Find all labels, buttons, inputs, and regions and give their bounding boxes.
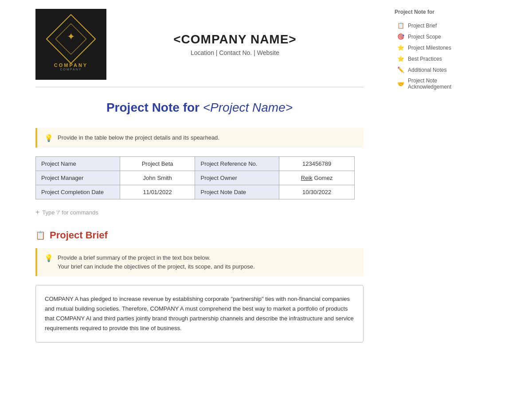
company-logo: ✦ COMPANY COMPANY (35, 9, 106, 80)
sidebar-label-best-practices: Best Practices (408, 56, 442, 62)
table-cell-label1-r3: Project Completion Date (36, 185, 120, 199)
logo-sub: COMPANY (54, 68, 88, 71)
sidebar: Project Note for 📋 Project Brief 🎯 Proje… (390, 0, 479, 409)
sidebar-label-brief: Project Brief (408, 23, 437, 29)
sidebar-icon-notes: ✏️ (397, 66, 404, 73)
page-title: Project Note for <Project Name> (35, 101, 364, 115)
page-title-prefix: Project Note for (106, 101, 203, 114)
lightbulb-icon: 💡 (44, 134, 53, 142)
company-details: Location | Contact No. | Website (115, 49, 355, 56)
logo-company-name: COMPANY (54, 62, 88, 68)
sidebar-icon-brief: 📋 (397, 22, 404, 29)
table-cell-value2-r3: 10/30/2022 (279, 185, 355, 199)
table-cell-value2-r1: 123456789 (279, 157, 355, 171)
brief-text-box[interactable]: COMPANY A has pledged to increase revenu… (35, 285, 364, 343)
command-placeholder: Type '/' for commands (42, 209, 98, 216)
logo-text: COMPANY COMPANY (54, 62, 88, 71)
table-cell-value1-r1: Project Beta (120, 157, 195, 171)
sidebar-item-additional-notes[interactable]: ✏️ Additional Notes (395, 65, 474, 75)
page-title-project: <Project Name> (203, 101, 293, 114)
table-cell-label1-r2: Project Manager (36, 171, 120, 185)
add-plus-icon: + (35, 208, 39, 216)
table-row: Project Manager John Smith Project Owner… (36, 171, 355, 185)
table-cell-label2-r1: Project Reference No. (195, 157, 279, 171)
table-cell-label2-r3: Project Note Date (195, 185, 279, 199)
brief-text-content: COMPANY A has pledged to increase revenu… (45, 296, 354, 331)
callout-box-1: 💡 Provide in the table below the project… (35, 128, 364, 148)
sidebar-label-acknowledgement: Project Note Acknowledgement (408, 78, 472, 90)
table-cell-label2-r2: Project Owner (195, 171, 279, 185)
sidebar-item-project-brief[interactable]: 📋 Project Brief (395, 20, 474, 31)
section-title-brief: Project Brief (50, 230, 108, 241)
table-cell-value2-r2: Reik Gomez (279, 171, 355, 185)
sidebar-icon-scope: 🎯 (397, 33, 404, 40)
table-cell-value1-r3: 11/01/2022 (120, 185, 195, 199)
brief-section-icon: 📋 (35, 230, 45, 240)
table-cell-label1-r1: Project Name (36, 157, 120, 171)
callout-text-1: Provide in the table below the project d… (58, 133, 219, 142)
callout-text-2: Provide a brief summary of the project i… (58, 253, 255, 271)
sidebar-title: Project Note for (395, 9, 474, 15)
company-info: <COMPANY NAME> Location | Contact No. | … (106, 23, 364, 65)
sidebar-icon-acknowledgement: 🤝 (397, 81, 404, 87)
callout-box-2: 💡 Provide a brief summary of the project… (35, 248, 364, 276)
lightbulb-icon-2: 💡 (44, 254, 53, 262)
add-command-area[interactable]: + Type '/' for commands (35, 208, 364, 216)
sidebar-label-notes: Additional Notes (408, 67, 446, 73)
sidebar-item-best-practices[interactable]: ⭐ Best Practices (395, 54, 474, 64)
sidebar-label-milestones: Project Milestones (408, 45, 451, 51)
sidebar-item-project-scope[interactable]: 🎯 Project Scope (395, 31, 474, 42)
main-content: ✦ COMPANY COMPANY <COMPANY NAME> Locatio… (0, 0, 390, 409)
table-cell-value1-r2: John Smith (120, 171, 195, 185)
company-name: <COMPANY NAME> (115, 32, 355, 47)
doc-header: ✦ COMPANY COMPANY <COMPANY NAME> Locatio… (35, 9, 364, 87)
sidebar-icon-best-practices: ⭐ (397, 55, 404, 62)
sidebar-icon-milestones: ⭐ (397, 44, 404, 51)
section-heading-brief: 📋 Project Brief (35, 230, 364, 241)
sidebar-item-project-milestones[interactable]: ⭐ Project Milestones (395, 43, 474, 53)
sidebar-label-scope: Project Scope (408, 34, 441, 40)
table-row: Project Name Project Beta Project Refere… (36, 157, 355, 171)
logo-star-icon: ✦ (67, 31, 75, 43)
project-table: Project Name Project Beta Project Refere… (35, 156, 355, 199)
table-row: Project Completion Date 11/01/2022 Proje… (36, 185, 355, 199)
sidebar-item-acknowledgement[interactable]: 🤝 Project Note Acknowledgement (395, 76, 474, 92)
